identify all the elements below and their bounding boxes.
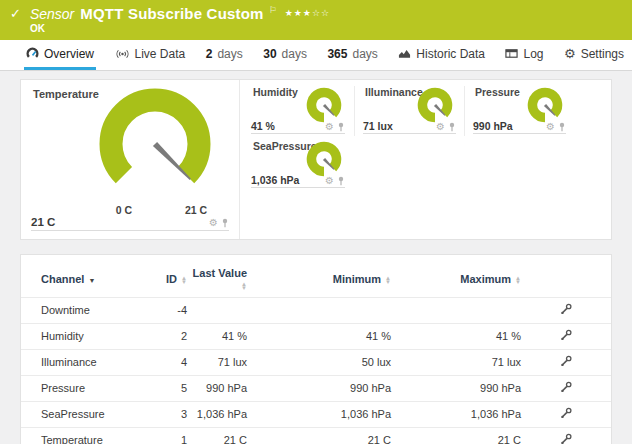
wrench-icon[interactable] bbox=[560, 303, 572, 315]
gauge-footer: 990 hPa ⚙ bbox=[473, 119, 566, 134]
area-chart-icon bbox=[398, 48, 411, 59]
gear-icon[interactable]: ⚙ bbox=[325, 176, 334, 186]
channel-id: 3 bbox=[141, 402, 187, 428]
tab-unit: days bbox=[352, 47, 377, 61]
table-row-humidity: Humidity 2 41 % 41 % 41 % bbox=[21, 324, 611, 350]
pin-icon[interactable] bbox=[221, 218, 229, 228]
gauge-icon bbox=[26, 47, 39, 60]
column-label: Last Value bbox=[193, 267, 247, 279]
wrench-icon[interactable] bbox=[560, 355, 572, 367]
gauge-tile-illuminance: Illuminance 71 lux ⚙ bbox=[354, 86, 461, 136]
column-header-channel[interactable]: Channel▼ bbox=[21, 264, 141, 298]
wrench-icon[interactable] bbox=[560, 433, 572, 444]
channel-name: Pressure bbox=[21, 376, 141, 402]
column-label: Maximum bbox=[460, 273, 511, 285]
gauge-value: 21 C bbox=[31, 216, 55, 228]
tab-number: 365 bbox=[327, 47, 347, 61]
sort-icon bbox=[241, 282, 247, 290]
channel-name: Temperature bbox=[21, 428, 141, 444]
gauge-footer: 71 lux ⚙ bbox=[363, 119, 456, 134]
temperature-gauge bbox=[83, 88, 227, 200]
pin-icon[interactable] bbox=[558, 122, 566, 132]
sensor-kind-label: Sensor bbox=[30, 6, 74, 22]
gauge-title: Pressure bbox=[475, 86, 520, 98]
table-row-illuminance: Illuminance 4 71 lux 50 lux 71 lux bbox=[21, 350, 611, 376]
tab-settings[interactable]: ⚙ Settings bbox=[562, 40, 626, 70]
gauge-value: 990 hPa bbox=[473, 120, 513, 132]
channel-id: 1 bbox=[141, 428, 187, 444]
column-header-last-value[interactable]: Last Value bbox=[187, 264, 247, 298]
channel-maximum bbox=[391, 298, 521, 324]
gauge-tools: ⚙ bbox=[546, 122, 566, 132]
tab-live-data[interactable]: Live Data bbox=[113, 40, 188, 70]
tab-number: 2 bbox=[206, 47, 213, 61]
tab-365-days[interactable]: 365 days bbox=[325, 40, 379, 70]
channel-minimum: 41 % bbox=[247, 324, 391, 350]
wrench-icon[interactable] bbox=[560, 381, 572, 393]
pin-icon[interactable] bbox=[337, 176, 345, 186]
pin-icon[interactable] bbox=[337, 122, 345, 132]
gauge-title: Humidity bbox=[253, 86, 298, 98]
channel-last-value: 21 C bbox=[187, 428, 247, 444]
tab-historic-data[interactable]: Historic Data bbox=[396, 40, 487, 70]
gauge-tile-seapressure: SeaPressure 1,036 hPa ⚙ bbox=[243, 140, 350, 190]
tab-unit: days bbox=[217, 47, 242, 61]
gear-icon[interactable]: ⚙ bbox=[325, 122, 334, 132]
channel-last-value: 41 % bbox=[187, 324, 247, 350]
tab-label: Live Data bbox=[135, 47, 186, 61]
priority-stars[interactable]: ★★★☆☆ bbox=[285, 8, 330, 18]
gear-icon[interactable]: ⚙ bbox=[209, 218, 218, 228]
wrench-icon[interactable] bbox=[560, 329, 572, 341]
tab-number: 30 bbox=[263, 47, 276, 61]
gauge-tools: ⚙ bbox=[209, 218, 229, 228]
tab-overview[interactable]: Overview bbox=[24, 40, 96, 70]
column-header-minimum[interactable]: Minimum bbox=[247, 264, 391, 298]
channel-last-value: 990 hPa bbox=[187, 376, 247, 402]
gauge-tools: ⚙ bbox=[325, 176, 345, 186]
gear-icon[interactable]: ⚙ bbox=[546, 122, 555, 132]
channel-minimum: 990 hPa bbox=[247, 376, 391, 402]
gauge-tile-humidity: Humidity 41 % ⚙ bbox=[243, 86, 350, 136]
column-header-actions bbox=[521, 264, 611, 298]
gauge-footer: 41 % ⚙ bbox=[251, 119, 345, 134]
channel-maximum: 41 % bbox=[391, 324, 521, 350]
sensor-header: ✓ Sensor MQTT Subscribe Custom ⚐ ★★★☆☆ O… bbox=[0, 0, 632, 40]
channel-maximum: 71 lux bbox=[391, 350, 521, 376]
gauge-tools: ⚙ bbox=[436, 122, 456, 132]
tab-bar: Overview Live Data 2 days 30 days 365 da… bbox=[0, 40, 632, 71]
sort-icon bbox=[385, 276, 391, 284]
wrench-icon[interactable] bbox=[560, 407, 572, 419]
channel-id: 4 bbox=[141, 350, 187, 376]
tab-2-days[interactable]: 2 days bbox=[204, 40, 245, 70]
sensor-titlebar: ✓ Sensor MQTT Subscribe Custom ⚐ ★★★☆☆ bbox=[0, 0, 632, 22]
channel-last-value bbox=[187, 298, 247, 324]
gauge-value: 41 % bbox=[251, 120, 275, 132]
gauge-tile-temperature: Temperature 0 C 21 C 21 C ⚙ bbox=[21, 80, 240, 239]
flag-icon[interactable]: ⚐ bbox=[269, 5, 277, 15]
channel-id: 2 bbox=[141, 324, 187, 350]
table-row-temperature: Temperature 1 21 C 21 C 21 C bbox=[21, 428, 611, 444]
gauge-footer: 1,036 hPa ⚙ bbox=[251, 173, 345, 188]
channel-minimum: 50 lux bbox=[247, 350, 391, 376]
channel-maximum: 21 C bbox=[391, 428, 521, 444]
table-header-row: Channel▼ ID Last Value Minimum Maximum bbox=[21, 264, 611, 298]
pin-icon[interactable] bbox=[448, 122, 456, 132]
gauge-title: Illuminance bbox=[365, 86, 423, 98]
channel-maximum: 990 hPa bbox=[391, 376, 521, 402]
gauge-value: 1,036 hPa bbox=[251, 174, 299, 186]
gauge-footer: 21 C ⚙ bbox=[31, 214, 229, 231]
gear-icon: ⚙ bbox=[564, 47, 576, 60]
channel-minimum bbox=[247, 298, 391, 324]
broadcast-icon bbox=[115, 48, 130, 60]
tab-30-days[interactable]: 30 days bbox=[261, 40, 309, 70]
table-row-seapressure: SeaPressure 3 1,036 hPa 1,036 hPa 1,036 … bbox=[21, 402, 611, 428]
channel-name: SeaPressure bbox=[21, 402, 141, 428]
table-row-downtime: Downtime -4 bbox=[21, 298, 611, 324]
tab-log[interactable]: Log bbox=[503, 40, 545, 70]
column-header-id[interactable]: ID bbox=[141, 264, 187, 298]
column-header-maximum[interactable]: Maximum bbox=[391, 264, 521, 298]
tab-unit: days bbox=[282, 47, 307, 61]
gear-icon[interactable]: ⚙ bbox=[436, 122, 445, 132]
channel-minimum: 1,036 hPa bbox=[247, 402, 391, 428]
column-label: ID bbox=[166, 273, 177, 285]
